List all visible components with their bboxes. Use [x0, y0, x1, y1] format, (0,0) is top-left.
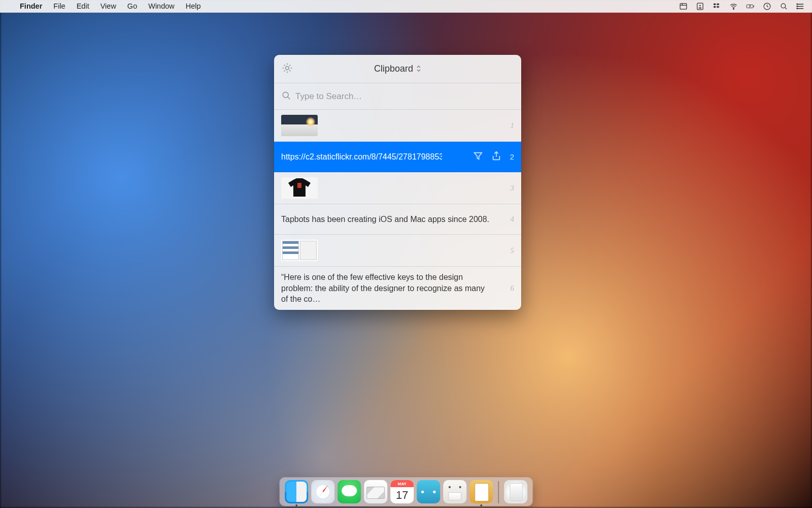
svg-point-8: [781, 4, 786, 8]
settings-button[interactable]: [281, 62, 293, 76]
dock-app-tweetbot[interactable]: [417, 480, 440, 503]
menu-go[interactable]: Go: [122, 2, 143, 10]
menu-help[interactable]: Help: [180, 2, 207, 10]
menu-bar: Finder File Edit View Go Window Help: [0, 0, 812, 13]
dock-trash[interactable]: [504, 480, 527, 503]
notification-center-icon[interactable]: [796, 2, 805, 11]
dock-app-messages[interactable]: [337, 480, 361, 503]
clip-text: “Here is one of the few effective keys t…: [281, 272, 493, 305]
svg-point-9: [797, 4, 798, 5]
search-input[interactable]: [295, 91, 514, 102]
dropbox-icon[interactable]: [713, 2, 721, 11]
svg-point-13: [283, 92, 288, 98]
dock-app-calcbot[interactable]: [443, 480, 466, 503]
dock: MAY 17: [280, 478, 532, 506]
share-icon[interactable]: [491, 150, 502, 164]
clip-row[interactable]: 5: [274, 235, 521, 267]
svg-point-2: [699, 5, 701, 6]
menu-file[interactable]: File: [48, 2, 71, 10]
panel-title: Clipboard: [374, 64, 413, 74]
menuextra-icon[interactable]: [696, 2, 704, 11]
clipboard-panel: Clipboard 1 https://c2.staticflickr.com/…: [274, 55, 521, 310]
svg-rect-14: [297, 183, 301, 188]
search-row: [274, 83, 521, 110]
image-thumbnail: [281, 115, 318, 136]
row-index: 1: [511, 121, 515, 130]
panel-title-selector[interactable]: Clipboard: [374, 64, 421, 74]
svg-rect-0: [680, 3, 687, 9]
battery-icon[interactable]: [746, 2, 755, 11]
menuextra-icon[interactable]: [679, 2, 688, 11]
clip-row[interactable]: “Here is one of the few effective keys t…: [274, 267, 521, 310]
calendar-month: MAY: [390, 480, 414, 487]
spotlight-icon[interactable]: [780, 2, 788, 11]
dock-divider: [498, 481, 499, 503]
wifi-icon[interactable]: [729, 2, 738, 11]
svg-rect-3: [699, 7, 702, 8]
row-index: 4: [511, 215, 515, 224]
svg-rect-6: [754, 6, 754, 7]
menu-window[interactable]: Window: [143, 2, 180, 10]
dock-app-safari[interactable]: [311, 480, 334, 503]
clip-text: Tapbots has been creating iOS and Mac ap…: [281, 214, 493, 225]
search-icon: [281, 90, 291, 103]
clip-row-selected[interactable]: https://c2.staticflickr.com/8/7445/27817…: [274, 142, 521, 172]
svg-point-10: [797, 6, 798, 7]
row-index: 6: [511, 284, 515, 293]
panel-header: Clipboard: [274, 55, 521, 83]
row-index: 5: [511, 246, 515, 255]
svg-point-11: [797, 8, 798, 9]
filter-icon[interactable]: [472, 150, 484, 164]
row-index: 3: [511, 184, 515, 193]
dock-app-finder[interactable]: [285, 480, 308, 503]
image-thumbnail: [281, 177, 318, 199]
svg-point-4: [733, 8, 734, 9]
dock-app-pastebot[interactable]: [469, 480, 493, 503]
image-thumbnail: [281, 240, 318, 261]
svg-point-12: [286, 67, 289, 70]
clip-text: https://c2.staticflickr.com/8/7445/27817…: [281, 151, 442, 163]
menu-app-name[interactable]: Finder: [14, 2, 48, 10]
clip-row[interactable]: Tapbots has been creating iOS and Mac ap…: [274, 204, 521, 235]
dock-app-calendar[interactable]: MAY 17: [390, 480, 414, 503]
menu-edit[interactable]: Edit: [71, 2, 95, 10]
chevron-updown-icon: [416, 65, 421, 73]
clock-icon[interactable]: [763, 2, 771, 11]
menu-view[interactable]: View: [95, 2, 122, 10]
row-index: 2: [510, 152, 514, 161]
clip-row[interactable]: 3: [274, 172, 521, 204]
dock-app-mail[interactable]: [364, 480, 387, 503]
clip-row[interactable]: 1: [274, 110, 521, 142]
status-icons: [679, 2, 812, 11]
calendar-day: 17: [390, 487, 414, 503]
